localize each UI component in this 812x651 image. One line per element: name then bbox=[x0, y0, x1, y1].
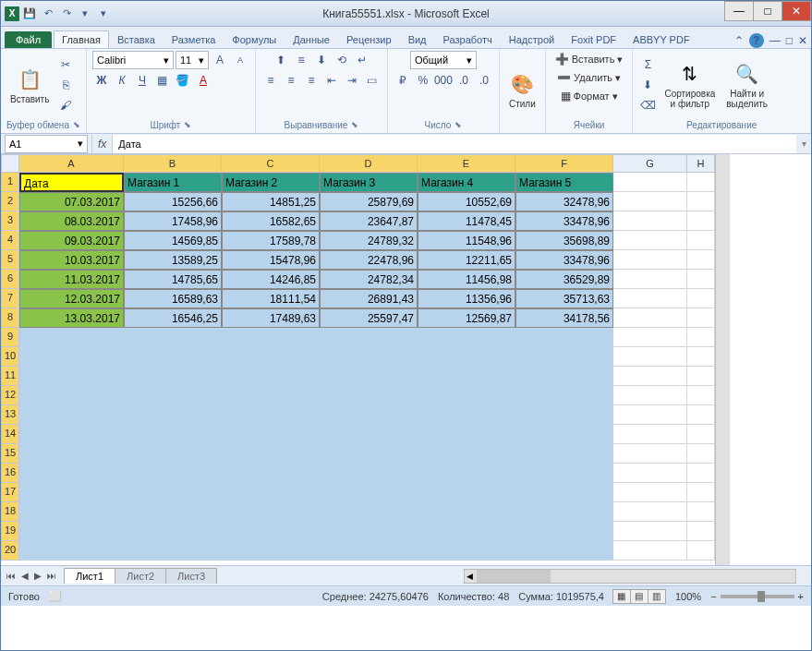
date-cell[interactable]: 11.03.2017 bbox=[19, 270, 124, 289]
cell[interactable] bbox=[687, 328, 715, 347]
paste-button[interactable]: 📋 Вставить bbox=[6, 65, 53, 106]
merge-icon[interactable]: ▭ bbox=[363, 71, 382, 90]
cell[interactable] bbox=[687, 250, 715, 270]
sheet-tab[interactable]: Лист2 bbox=[115, 568, 166, 584]
tab-разработч[interactable]: Разработч bbox=[435, 30, 501, 48]
sheet-prev-icon[interactable]: ◀ bbox=[19, 571, 30, 581]
value-cell[interactable]: 11478,45 bbox=[418, 211, 515, 231]
indent-dec-icon[interactable]: ⇤ bbox=[322, 71, 341, 90]
sort-filter-button[interactable]: ⇅ Сортировка и фильтр bbox=[661, 59, 719, 111]
value-cell[interactable]: 12569,87 bbox=[418, 308, 515, 328]
value-cell[interactable]: 16546,25 bbox=[124, 308, 222, 328]
orientation-icon[interactable]: ⟲ bbox=[333, 51, 351, 69]
cell[interactable] bbox=[613, 173, 687, 192]
macro-record-icon[interactable]: ⬜ bbox=[49, 590, 62, 602]
indent-inc-icon[interactable]: ⇥ bbox=[343, 71, 361, 90]
zoom-slider[interactable] bbox=[721, 595, 794, 598]
cell[interactable] bbox=[613, 502, 687, 522]
tab-формулы[interactable]: Формулы bbox=[224, 30, 285, 48]
qat-icon[interactable]: ▾ bbox=[95, 6, 112, 22]
formula-input[interactable] bbox=[113, 135, 796, 153]
number-format-combo[interactable]: Общий▾ bbox=[410, 51, 477, 69]
value-cell[interactable]: 23647,87 bbox=[320, 211, 418, 231]
cell[interactable] bbox=[613, 541, 687, 561]
expand-formula-icon[interactable]: ▾ bbox=[796, 139, 811, 149]
dialog-launcher-icon[interactable]: ⬊ bbox=[184, 120, 191, 130]
value-cell[interactable]: 35698,89 bbox=[515, 231, 613, 250]
cell-grid[interactable]: ДатаМагазин 1Магазин 2Магазин 3Магазин 4… bbox=[19, 173, 715, 565]
window-restore-icon[interactable]: □ bbox=[786, 34, 793, 47]
cell[interactable] bbox=[613, 328, 687, 347]
value-cell[interactable]: 17589,78 bbox=[222, 231, 320, 250]
cell[interactable] bbox=[687, 173, 715, 192]
date-cell[interactable]: 09.03.2017 bbox=[19, 231, 124, 250]
cell[interactable] bbox=[687, 270, 715, 289]
row-header[interactable]: 12 bbox=[1, 386, 19, 405]
value-cell[interactable]: 24782,34 bbox=[320, 270, 418, 289]
column-header[interactable]: D bbox=[320, 154, 418, 173]
value-cell[interactable]: 22478,96 bbox=[320, 250, 418, 270]
cell[interactable] bbox=[687, 464, 715, 483]
tab-foxit pdf[interactable]: Foxit PDF bbox=[563, 30, 624, 48]
increase-decimal-icon[interactable]: .0 bbox=[454, 71, 473, 90]
cell[interactable] bbox=[687, 289, 715, 308]
clear-icon[interactable]: ⌫ bbox=[638, 96, 657, 115]
value-cell[interactable]: 14851,25 bbox=[222, 192, 320, 211]
date-cell[interactable]: 08.03.2017 bbox=[19, 211, 124, 231]
find-select-button[interactable]: 🔍 Найти и выделить bbox=[722, 59, 771, 111]
cell[interactable] bbox=[687, 347, 715, 367]
grow-font-icon[interactable]: A bbox=[211, 51, 229, 69]
file-tab[interactable]: Файл bbox=[5, 31, 52, 48]
zoom-in-icon[interactable]: + bbox=[798, 591, 804, 602]
cell[interactable] bbox=[687, 308, 715, 328]
cell[interactable] bbox=[687, 425, 715, 444]
cell[interactable] bbox=[687, 541, 715, 561]
insert-cells-button[interactable]: ➕Вставить▾ bbox=[551, 51, 627, 67]
cell[interactable] bbox=[613, 250, 687, 270]
cell[interactable] bbox=[687, 386, 715, 405]
value-cell[interactable]: 14569,85 bbox=[124, 231, 222, 250]
cell[interactable] bbox=[613, 211, 687, 231]
cell[interactable] bbox=[613, 444, 687, 464]
header-shop-cell[interactable]: Магазин 2 bbox=[222, 173, 320, 192]
value-cell[interactable]: 36529,89 bbox=[515, 270, 613, 289]
align-right-icon[interactable]: ≡ bbox=[302, 71, 321, 90]
header-shop-cell[interactable]: Магазин 4 bbox=[418, 173, 515, 192]
column-header[interactable]: F bbox=[515, 154, 613, 173]
zoom-level[interactable]: 100% bbox=[675, 591, 701, 602]
value-cell[interactable]: 34178,56 bbox=[515, 308, 613, 328]
cell[interactable] bbox=[613, 270, 687, 289]
redo-icon[interactable]: ↷ bbox=[58, 6, 75, 22]
tab-вставка[interactable]: Вставка bbox=[109, 30, 164, 48]
cell[interactable] bbox=[687, 405, 715, 425]
date-cell[interactable]: 13.03.2017 bbox=[19, 308, 124, 328]
sheet-last-icon[interactable]: ⏭ bbox=[45, 571, 58, 581]
date-cell[interactable]: 07.03.2017 bbox=[19, 192, 124, 211]
normal-view-icon[interactable]: ▦ bbox=[612, 589, 631, 604]
fill-color-icon[interactable]: 🪣 bbox=[174, 71, 192, 90]
cell[interactable] bbox=[613, 405, 687, 425]
cell[interactable] bbox=[687, 502, 715, 522]
column-header[interactable]: E bbox=[418, 154, 515, 173]
cell[interactable] bbox=[613, 464, 687, 483]
row-header[interactable]: 17 bbox=[1, 483, 19, 502]
sheet-tab[interactable]: Лист3 bbox=[165, 568, 217, 584]
tab-главная[interactable]: Главная bbox=[54, 30, 109, 48]
value-cell[interactable]: 16589,63 bbox=[124, 289, 222, 308]
cell[interactable] bbox=[613, 425, 687, 444]
maximize-button[interactable]: □ bbox=[753, 1, 782, 21]
date-cell[interactable]: 12.03.2017 bbox=[19, 289, 124, 308]
cell[interactable] bbox=[613, 522, 687, 541]
shrink-font-icon[interactable]: A bbox=[231, 51, 249, 69]
underline-icon[interactable]: Ч bbox=[133, 71, 151, 90]
column-header[interactable]: A bbox=[19, 154, 124, 173]
close-button[interactable]: ✕ bbox=[782, 1, 811, 21]
tab-abbyy pdf[interactable]: ABBYY PDF bbox=[624, 30, 698, 48]
zoom-out-icon[interactable]: − bbox=[710, 591, 716, 602]
value-cell[interactable]: 11548,96 bbox=[418, 231, 515, 250]
header-shop-cell[interactable]: Магазин 5 bbox=[515, 173, 613, 192]
delete-cells-button[interactable]: ➖Удалить▾ bbox=[553, 69, 624, 86]
font-name-combo[interactable]: Calibri▾ bbox=[92, 51, 174, 69]
header-shop-cell[interactable]: Магазин 1 bbox=[124, 173, 222, 192]
row-header[interactable]: 9 bbox=[1, 328, 19, 347]
